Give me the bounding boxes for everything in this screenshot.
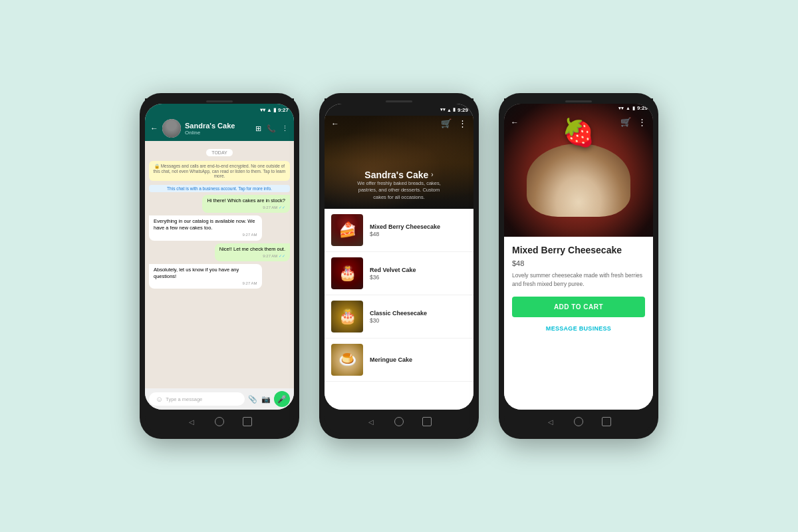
catalog-hero: ← 🛒 ⋮ Sandra's Cake › We offer freshly b… <box>325 116 473 209</box>
nav-back-btn[interactable]: ◁ <box>366 417 376 426</box>
cart-icon[interactable]: 🛒 <box>620 117 631 127</box>
contact-status: Online <box>185 130 251 136</box>
product-detail: Mixed Berry Cheesecake $48 Lovely summer… <box>504 237 653 410</box>
nav-recent-btn[interactable] <box>422 417 432 426</box>
wifi-icon: ▲ <box>626 106 630 110</box>
message-recv-2: Absolutely, let us know if you have any … <box>149 264 262 289</box>
status-time: 9:29 <box>458 107 468 113</box>
nav-home-btn[interactable] <box>394 417 404 426</box>
product-nav: ← 🛒 ⋮ <box>504 114 653 130</box>
signal-icon: ▾▾ <box>260 107 265 113</box>
camera-icon[interactable]: 📷 <box>261 395 271 404</box>
item-image-1 <box>331 214 363 246</box>
item-image-2 <box>331 257 363 289</box>
signal-icon: ▾▾ <box>618 106 624 111</box>
item-image-3 <box>331 301 363 332</box>
chat-input-icons: 📎 📷 <box>248 395 271 404</box>
message-recv-1: Everything in our catalog is available n… <box>149 215 262 240</box>
phone-3: ▾▾ ▲ ▮ 9:29 ← 🛒 ⋮ Mixed Berry Cheesecake… <box>499 93 658 439</box>
nav-home-btn[interactable] <box>574 417 583 426</box>
chat-input-field[interactable]: ☺ Type a message <box>149 392 245 406</box>
phone-1: ▾▾ ▲ ▮ 9:27 ← Sandra's Cake Online ⊞ 📞 ⋮ <box>140 93 299 439</box>
catalog-store-info: Sandra's Cake › We offer freshly baked b… <box>352 170 446 201</box>
cart-icon[interactable]: 🛒 <box>441 118 452 128</box>
catalog-item-2[interactable]: Red Velvet Cake $36 <box>325 252 473 295</box>
battery-icon: ▮ <box>273 107 276 113</box>
item-image-4 <box>331 344 363 376</box>
status-time: 9:29 <box>637 105 648 111</box>
more-icon[interactable]: ⋮ <box>458 118 467 128</box>
catalog-list: Mixed Berry Cheesecake $48 Red Velvet Ca… <box>325 209 473 410</box>
item-info-2: Red Velvet Cake $36 <box>370 267 467 281</box>
catalog-icon[interactable]: ⊞ <box>255 124 261 133</box>
product-hero: ▾▾ ▲ ▮ 9:29 ← 🛒 ⋮ <box>504 104 653 237</box>
item-info-4: Meringue Cake <box>370 356 467 364</box>
contact-info: Sandra's Cake Online <box>185 122 251 136</box>
chat-header: ← Sandra's Cake Online ⊞ 📞 ⋮ <box>145 116 294 141</box>
call-icon[interactable]: 📞 <box>267 124 276 133</box>
item-info-3: Classic Cheesecake $30 <box>370 310 467 324</box>
nav-recent-btn[interactable] <box>602 417 611 426</box>
nav-home-btn[interactable] <box>215 417 224 426</box>
product-price: $48 <box>512 259 645 267</box>
product-status-bar: ▾▾ ▲ ▮ 9:29 <box>504 104 653 112</box>
status-time: 9:27 <box>278 107 289 113</box>
back-icon[interactable]: ← <box>511 118 620 127</box>
message-business-button[interactable]: MESSAGE BUSINESS <box>512 321 645 336</box>
store-arrow: › <box>431 171 433 178</box>
encrypted-notice: 🔒 Messages and calls are end-to-end encr… <box>149 161 290 181</box>
item-info-1: Mixed Berry Cheesecake $48 <box>370 223 467 237</box>
nav-recent-btn[interactable] <box>243 417 252 426</box>
mic-button[interactable]: 🎤 <box>274 391 290 407</box>
more-icon[interactable]: ⋮ <box>281 124 289 133</box>
back-icon[interactable]: ← <box>331 119 441 128</box>
contact-name: Sandra's Cake <box>185 122 251 130</box>
product-description: Lovely summer cheesecake made with fresh… <box>512 271 645 289</box>
more-icon[interactable]: ⋮ <box>638 117 646 127</box>
phone-2: ▾▾ ▲ ▮ 9:29 ← 🛒 ⋮ Sandra's Cake › W <box>319 93 479 439</box>
signal-icon: ▾▾ <box>440 107 446 112</box>
product-name: Mixed Berry Cheesecake <box>512 245 645 255</box>
attachment-icon[interactable]: 📎 <box>248 395 257 404</box>
wifi-icon: ▲ <box>447 108 452 112</box>
back-icon[interactable]: ← <box>150 124 158 133</box>
avatar <box>162 119 181 138</box>
battery-icon: ▮ <box>632 106 635 111</box>
chat-body: TODAY 🔒 Messages and calls are end-to-en… <box>145 141 294 388</box>
nav-back-btn[interactable]: ◁ <box>187 417 196 426</box>
message-sent-2: Nice!! Let me check them out. 9:27 AM ✓✓ <box>215 243 290 261</box>
date-badge: TODAY <box>149 145 290 157</box>
catalog-nav: ← 🛒 ⋮ <box>325 116 473 131</box>
business-notice: This chat is with a business account. Ta… <box>149 185 290 192</box>
nav-back-btn[interactable]: ◁ <box>546 417 555 426</box>
header-icons: ⊞ 📞 ⋮ <box>255 124 289 133</box>
battery-icon: ▮ <box>453 107 456 112</box>
catalog-item-3[interactable]: Classic Cheesecake $30 <box>325 295 473 338</box>
chat-input-bar: ☺ Type a message 📎 📷 🎤 <box>145 388 294 410</box>
catalog-item-4[interactable]: Meringue Cake <box>325 338 473 382</box>
add-to-cart-button[interactable]: ADD TO CART <box>512 297 645 317</box>
wifi-icon: ▲ <box>267 107 272 113</box>
message-sent-1: Hi there! Which cakes are in stock? 9:27… <box>202 195 290 213</box>
catalog-item-1[interactable]: Mixed Berry Cheesecake $48 <box>325 209 473 252</box>
